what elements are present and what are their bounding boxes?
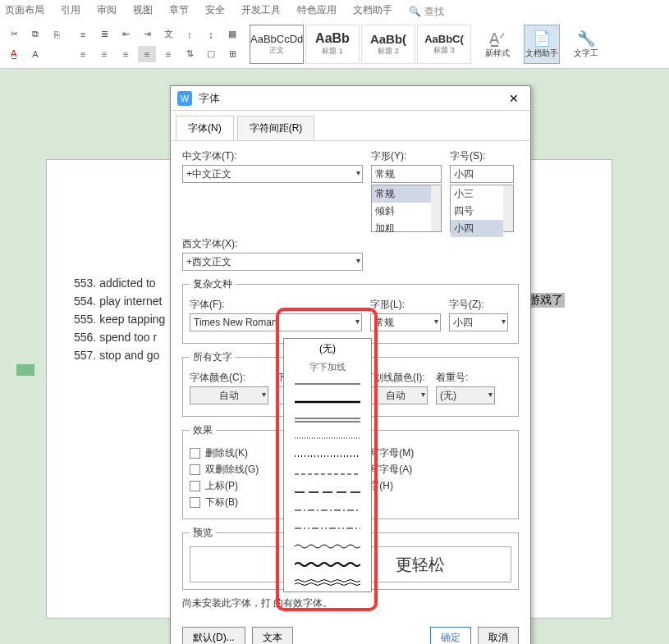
size-option[interactable]: 四号 xyxy=(451,203,503,220)
underline-color-label: 下划线颜色(I): xyxy=(364,371,428,385)
underline-thick[interactable] xyxy=(284,393,371,411)
style-h1[interactable]: AaBb 标题 1 xyxy=(305,25,360,64)
underline-wave[interactable] xyxy=(284,537,371,555)
default-button[interactable]: 默认(D)... xyxy=(182,627,245,644)
alltext-legend: 所有文字 xyxy=(190,350,236,364)
list-item: 553. addicted to xyxy=(74,274,165,292)
copy-icon[interactable]: ⧉ xyxy=(26,26,44,43)
underline-word[interactable]: 字下加线 xyxy=(284,359,371,375)
underline-single[interactable] xyxy=(284,375,371,393)
font-color-combo[interactable]: 自动▾ xyxy=(190,386,268,404)
effects-legend: 效果 xyxy=(190,423,216,437)
style-option[interactable]: 加粗 xyxy=(372,220,431,237)
size-option[interactable]: 小三 xyxy=(451,185,503,203)
search-box[interactable]: 🔍 查找 xyxy=(409,3,444,20)
size-combo[interactable]: 小四 xyxy=(450,165,514,183)
style-option[interactable]: 常规 xyxy=(372,185,431,203)
chevron-down-icon: ▾ xyxy=(421,390,425,399)
format-painter-icon[interactable]: ✂ xyxy=(5,26,23,43)
asian-layout-icon[interactable]: 文 xyxy=(159,26,177,43)
tab-font[interactable]: 字体(N) xyxy=(176,116,234,140)
style-normal[interactable]: AaBbCcDd 正文 xyxy=(250,25,304,64)
line-spacing-icon[interactable]: ↨ xyxy=(202,26,220,43)
shading-icon[interactable]: ▦ xyxy=(223,26,241,43)
scrollbar[interactable] xyxy=(503,185,513,231)
style-h3[interactable]: AaBbC( 标题 3 xyxy=(417,25,471,64)
tab-page-layout[interactable]: 页面布局 xyxy=(5,3,44,20)
close-icon: ✕ xyxy=(509,92,519,105)
wrench-icon: 🔧 xyxy=(577,30,595,48)
en-font-combo[interactable]: +西文正文▾ xyxy=(182,253,363,271)
tab-section[interactable]: 章节 xyxy=(169,3,189,20)
tab-view[interactable]: 视图 xyxy=(133,3,153,20)
cn-font-combo[interactable]: +中文正文▾ xyxy=(182,165,363,183)
justify-icon[interactable]: ≡ xyxy=(138,46,156,62)
tab-devtools[interactable]: 开发工具 xyxy=(241,3,281,20)
borders-icon[interactable]: ▢ xyxy=(202,46,220,62)
chevron-down-icon: ▾ xyxy=(262,390,266,399)
chevron-down-icon: ▾ xyxy=(502,317,506,326)
underline-double[interactable] xyxy=(284,411,371,429)
underline-dash[interactable] xyxy=(284,465,371,483)
doc-helper-button[interactable]: 📄 文档助手 xyxy=(524,25,560,64)
complex-style-combo[interactable]: 常规▾ xyxy=(370,313,441,331)
complex-font-combo[interactable]: Times New Roman▾ xyxy=(190,313,362,331)
tabs-icon[interactable]: ⊞ xyxy=(223,46,241,62)
check-subscript[interactable]: 下标(B) xyxy=(190,496,259,509)
cancel-button[interactable]: 取消 xyxy=(478,627,519,644)
dialog-title: 字体 xyxy=(199,91,504,106)
tab-special[interactable]: 特色应用 xyxy=(297,3,337,20)
document-text[interactable]: 553. addicted to 554. play internet 555.… xyxy=(74,274,165,364)
complex-size-combo[interactable]: 小四▾ xyxy=(449,313,508,331)
distribute-icon[interactable]: ≡ xyxy=(159,46,177,62)
chevron-down-icon: ▾ xyxy=(356,256,360,265)
decrease-indent-icon[interactable]: ⇤ xyxy=(117,26,135,43)
textfx-button[interactable]: 文本 xyxy=(252,627,293,644)
style-listbox[interactable]: 常规 倾斜 加粗 xyxy=(371,185,442,232)
underline-wave-thick[interactable] xyxy=(284,555,371,573)
numbering-icon[interactable]: ≣ xyxy=(95,26,113,43)
text-tool-button[interactable]: 🔧 文字工 xyxy=(568,25,604,64)
increase-indent-icon[interactable]: ⇥ xyxy=(138,26,156,43)
font-color-icon[interactable]: A xyxy=(26,46,44,62)
tab-dochelper[interactable]: 文档助手 xyxy=(353,3,392,20)
sort-icon[interactable]: ↕ xyxy=(181,26,199,43)
paste-icon[interactable]: ⎘ xyxy=(48,26,66,43)
close-button[interactable]: ✕ xyxy=(504,89,524,108)
style-combo[interactable]: 常规 xyxy=(371,165,442,183)
ok-button[interactable]: 确定 xyxy=(430,627,471,644)
align-left-icon[interactable]: ≡ xyxy=(74,46,92,62)
size-option[interactable]: 小四 xyxy=(451,220,503,237)
underline-dotted-thick[interactable] xyxy=(284,447,371,465)
scrollbar[interactable] xyxy=(431,185,441,231)
en-font-label: 西文字体(X): xyxy=(182,237,363,251)
list-item: 554. play internet xyxy=(74,292,165,310)
check-double-strike[interactable]: 双删除线(G) xyxy=(190,463,259,477)
side-marker-icon[interactable] xyxy=(16,364,34,376)
new-style-button[interactable]: A̲ᐟ 新样式 xyxy=(479,25,515,64)
highlight-icon[interactable]: A̲ xyxy=(5,46,23,62)
underline-dotted[interactable] xyxy=(284,429,371,447)
tab-security[interactable]: 安全 xyxy=(205,3,225,20)
align-center-icon[interactable]: ≡ xyxy=(95,46,113,62)
underline-dash-dot[interactable] xyxy=(284,501,371,519)
emphasis-combo[interactable]: (无)▾ xyxy=(436,386,495,404)
chevron-down-icon: ▾ xyxy=(356,168,360,177)
style-option[interactable]: 倾斜 xyxy=(372,203,431,220)
tab-spacing[interactable]: 字符间距(R) xyxy=(237,116,315,140)
bullets-icon[interactable]: ≡ xyxy=(74,26,92,43)
style-h2[interactable]: AaBb( 标题 2 xyxy=(361,25,415,64)
align-right-icon[interactable]: ≡ xyxy=(117,46,135,62)
underline-dash-long[interactable] xyxy=(284,483,371,501)
tab-review[interactable]: 审阅 xyxy=(97,3,117,20)
text-direction-icon[interactable]: ⇅ xyxy=(181,46,199,62)
underline-wave-double[interactable] xyxy=(284,573,371,591)
check-strike[interactable]: 删除线(K) xyxy=(190,446,259,460)
check-superscript[interactable]: 上标(P) xyxy=(190,479,259,493)
underline-none[interactable]: (无) xyxy=(284,339,371,359)
underline-dash-dot-dot[interactable] xyxy=(284,519,371,537)
tab-references[interactable]: 引用 xyxy=(61,3,80,20)
underline-color-combo[interactable]: 自动▾ xyxy=(364,386,428,404)
size-listbox[interactable]: 小三 四号 小四 xyxy=(450,185,514,232)
doc-helper-icon: 📄 xyxy=(533,30,551,48)
